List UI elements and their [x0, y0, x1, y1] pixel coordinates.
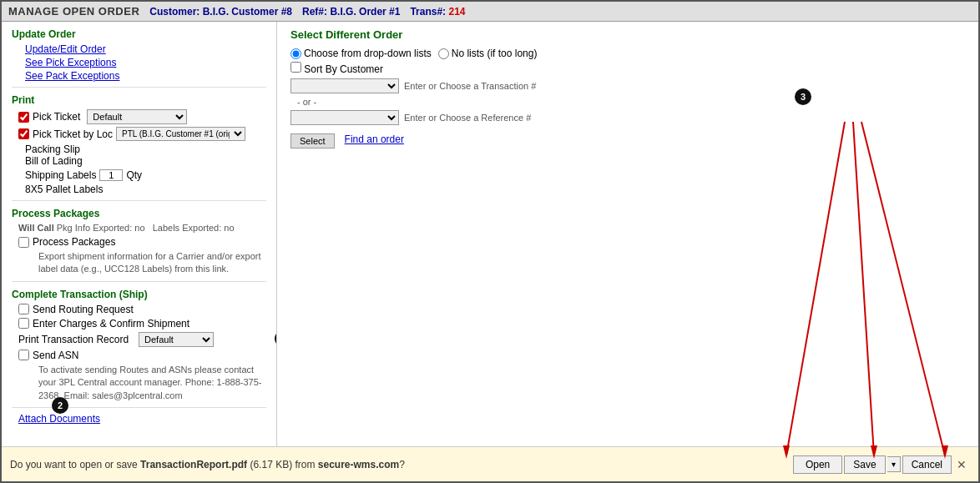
- radio-choose-label[interactable]: Choose from drop-down lists: [290, 48, 432, 59]
- svg-line-0: [786, 122, 845, 446]
- print-title: Print: [12, 94, 266, 106]
- pick-ticket-loc-label[interactable]: Pick Ticket by Loc: [18, 128, 113, 140]
- radio-no-lists-label[interactable]: No lists (if too long): [438, 48, 538, 59]
- send-routing-label[interactable]: Send Routing Request: [18, 304, 134, 315]
- trans-label: Trans#:: [410, 6, 446, 18]
- process-packages-label[interactable]: Process Packages: [18, 236, 115, 248]
- annotation-3: 3: [795, 88, 811, 105]
- reference-label: Enter or Choose a Reference #: [404, 113, 531, 123]
- trans-value: 214: [448, 6, 465, 18]
- see-pick-exceptions-link[interactable]: See Pick Exceptions: [25, 57, 266, 68]
- shipping-labels-input[interactable]: [99, 169, 123, 181]
- select-button[interactable]: Select: [290, 133, 335, 148]
- find-order-link[interactable]: Find an order: [345, 133, 404, 145]
- process-packages-title: Process Packages: [12, 208, 266, 219]
- enter-charges-checkbox[interactable]: [18, 318, 29, 329]
- process-packages-checkbox[interactable]: [18, 237, 29, 248]
- reference-dropdown[interactable]: [290, 110, 399, 125]
- svg-marker-5: [942, 445, 948, 446]
- ref-field: Ref#: B.I.G. Order #1: [302, 6, 400, 18]
- process-packages-desc: Export shipment information for a Carrie…: [38, 250, 266, 276]
- svg-marker-1: [783, 445, 790, 446]
- print-transaction-text: Print Transaction Record: [18, 334, 129, 345]
- pick-ticket-loc-checkbox[interactable]: [18, 128, 29, 139]
- transaction-label: Enter or Choose a Transaction #: [404, 81, 536, 91]
- update-order-title: Update Order: [12, 28, 266, 40]
- file-size: (6.17 KB): [250, 459, 292, 470]
- attach-documents-link[interactable]: Attach Documents: [18, 413, 266, 425]
- enter-charges-label[interactable]: Enter Charges & Confirm Shipment: [18, 318, 189, 330]
- annotation-area: 3: [795, 88, 811, 105]
- see-pack-exceptions-link[interactable]: See Pack Exceptions: [25, 70, 266, 82]
- customer-label: Customer:: [149, 6, 200, 18]
- select-different-order-title: Select Different Order: [290, 28, 965, 41]
- customer-value: B.I.G. Customer #8: [203, 6, 292, 18]
- filename: TransactionReport.pdf: [140, 459, 247, 470]
- pick-ticket-select[interactable]: Default: [87, 109, 187, 124]
- svg-line-2: [853, 122, 874, 446]
- radio-choose[interactable]: [290, 48, 301, 59]
- sort-by-customer-checkbox[interactable]: [290, 62, 301, 73]
- send-asn-desc: To activate sending Routes and ASNs plea…: [38, 364, 266, 402]
- send-routing-checkbox[interactable]: [18, 304, 29, 314]
- pallet-labels-label: 8X5 Pallet Labels: [25, 184, 266, 195]
- right-panel: Select Different Order Choose from drop-…: [277, 22, 978, 446]
- bill-of-lading-label: Bill of Lading: [25, 155, 266, 167]
- will-call-text: Will Call Pkg Info Exported: no Labels E…: [18, 223, 266, 233]
- transaction-dropdown[interactable]: [290, 78, 399, 93]
- update-edit-order-link[interactable]: Update/Edit Order: [25, 43, 266, 55]
- send-asn-label[interactable]: Send ASN: [18, 350, 78, 361]
- text-suffix: ?: [399, 459, 405, 470]
- print-transaction-select[interactable]: Default: [139, 332, 214, 347]
- left-panel: Update Order Update/Edit Order See Pick …: [2, 22, 277, 446]
- sort-by-customer-label[interactable]: Sort By Customer: [290, 62, 383, 75]
- bottom-bar-message: Do you want to open or save TransactionR…: [10, 459, 405, 470]
- header: Manage Open Order Customer: B.I.G. Custo…: [2, 2, 978, 22]
- trans-field: Trans#: 214: [410, 6, 465, 18]
- arrows-svg: [745, 105, 978, 446]
- send-asn-checkbox[interactable]: [18, 350, 29, 360]
- from-text: from: [296, 459, 316, 470]
- complete-transaction-title: Complete Transaction (Ship): [12, 289, 266, 300]
- svg-line-4: [861, 122, 945, 446]
- svg-marker-3: [871, 445, 877, 446]
- pick-ticket-label[interactable]: Pick Ticket: [18, 111, 80, 123]
- domain: secure-wms.com: [318, 459, 399, 470]
- ref-label: Ref#:: [302, 6, 327, 18]
- pick-ticket-loc-select[interactable]: PTL (B.I.G. Customer #1 (orig: [116, 127, 245, 141]
- customer-field: Customer: B.I.G. Customer #8: [149, 6, 292, 18]
- page-title: Manage Open Order: [8, 5, 139, 18]
- ref-value: B.I.G. Order #1: [330, 6, 400, 18]
- qty-label: Qty: [126, 169, 142, 181]
- packing-slip-label: Packing Slip: [25, 143, 266, 155]
- pick-ticket-checkbox[interactable]: [18, 112, 29, 123]
- annotation-2: 2: [52, 397, 68, 414]
- bottom-text-prefix: Do you want to open or save: [10, 459, 140, 470]
- radio-no-lists[interactable]: [438, 48, 449, 59]
- shipping-labels-text: Shipping Labels: [25, 169, 96, 181]
